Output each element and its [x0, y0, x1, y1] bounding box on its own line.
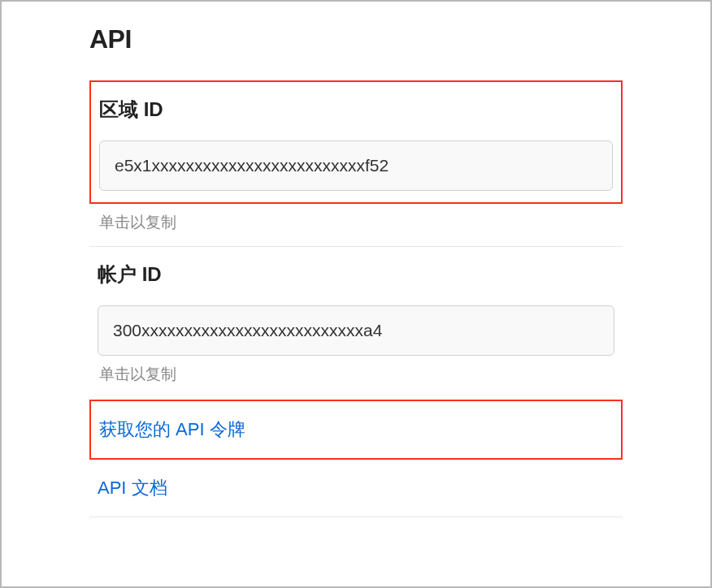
account-id-section: 帐户 ID 300xxxxxxxxxxxxxxxxxxxxxxxxxxa4 单击… [89, 247, 623, 385]
api-panel: API 区域 ID e5x1xxxxxxxxxxxxxxxxxxxxxxxxxf… [2, 2, 710, 550]
account-id-field[interactable]: 300xxxxxxxxxxxxxxxxxxxxxxxxxxa4 [98, 305, 614, 356]
page-title: API [89, 24, 623, 54]
zone-id-hint: 单击以复制 [89, 212, 623, 233]
account-id-label: 帐户 ID [98, 262, 614, 288]
api-docs-row[interactable]: API 文档 [89, 460, 623, 517]
get-api-token-link[interactable]: 获取您的 API 令牌 [99, 419, 245, 439]
zone-id-section: 区域 ID e5x1xxxxxxxxxxxxxxxxxxxxxxxxxf52 [89, 80, 623, 204]
zone-id-field[interactable]: e5x1xxxxxxxxxxxxxxxxxxxxxxxxxf52 [99, 141, 613, 191]
api-docs-link[interactable]: API 文档 [98, 478, 167, 498]
account-id-hint: 单击以复制 [98, 364, 614, 385]
get-api-token-row[interactable]: 获取您的 API 令牌 [89, 400, 623, 460]
zone-id-label: 区域 ID [99, 97, 613, 123]
